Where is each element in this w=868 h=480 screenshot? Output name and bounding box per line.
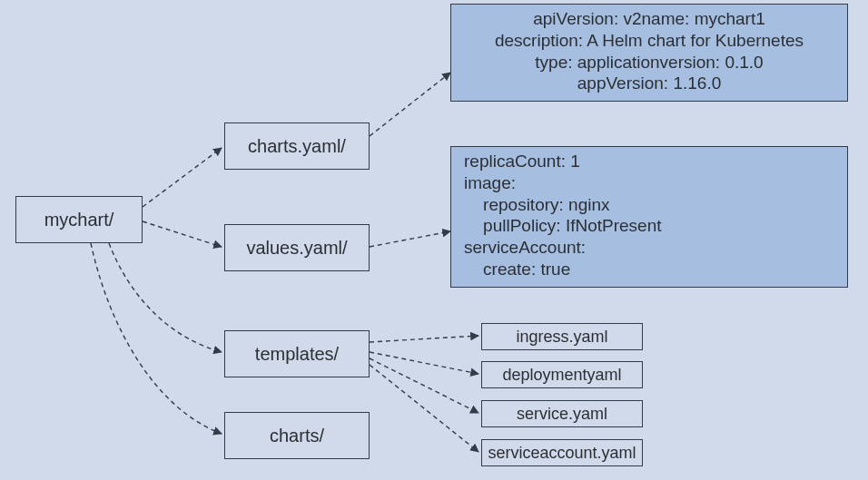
- node-label: serviceaccount.yaml: [488, 444, 636, 463]
- node-label: service.yaml: [517, 405, 607, 424]
- node-label: charts/: [270, 426, 324, 446]
- node-label: templates/: [255, 344, 339, 365]
- node-label: values.yaml/: [246, 238, 347, 259]
- node-ingress-yaml: ingress.yaml: [481, 323, 643, 350]
- content-line: replicaCount: 1: [464, 151, 834, 172]
- content-line: description: A Helm chart for Kubernetes: [464, 30, 834, 52]
- node-mychart: mychart/: [15, 196, 143, 243]
- content-chart-yaml: apiVersion: v2name: mychart1 description…: [450, 4, 848, 102]
- node-deployment-yaml: deploymentyaml: [481, 361, 643, 388]
- node-charts-dir: charts/: [224, 412, 370, 459]
- node-label: charts.yaml/: [248, 136, 346, 157]
- node-serviceaccount-yaml: serviceaccount.yaml: [481, 439, 643, 466]
- content-line: image:: [464, 172, 834, 194]
- node-templates: templates/: [224, 330, 370, 377]
- content-line: repository: nginx: [464, 194, 834, 216]
- node-service-yaml: service.yaml: [481, 400, 643, 427]
- node-charts-yaml: charts.yaml/: [224, 122, 370, 170]
- node-label: mychart/: [44, 210, 114, 230]
- content-line: serviceAccount:: [464, 237, 834, 259]
- content-line: apiVersion: v2name: mychart1: [464, 8, 834, 30]
- node-label: deploymentyaml: [502, 366, 621, 385]
- content-values-yaml: replicaCount: 1 image: repository: nginx…: [450, 146, 848, 288]
- node-label: ingress.yaml: [516, 328, 607, 347]
- node-values-yaml: values.yaml/: [224, 224, 370, 271]
- diagram-canvas: mychart/ charts.yaml/ values.yaml/ templ…: [0, 0, 868, 480]
- content-line: pullPolicy: IfNotPresent: [464, 215, 834, 237]
- content-line: type: applicationversion: 0.1.0: [464, 52, 834, 73]
- content-line: create: true: [464, 259, 834, 280]
- content-line: appVersion: 1.16.0: [464, 73, 834, 94]
